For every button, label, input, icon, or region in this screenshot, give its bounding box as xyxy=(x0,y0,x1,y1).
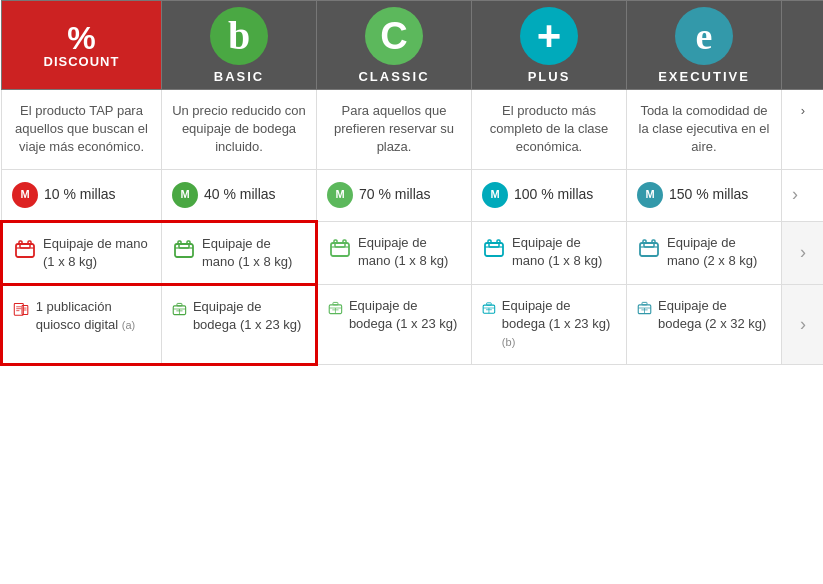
hand-bag-basic: Equipaje de mano (1 x 8 kg) xyxy=(162,221,317,284)
publication-icon xyxy=(13,298,30,322)
miles-basic: M 40 % millas xyxy=(162,169,317,221)
hold-bag-classic: Equipaje de bodega (1 x 23 kg) xyxy=(317,284,472,364)
hold-bag-footnote-plus: (b) xyxy=(502,336,515,348)
svg-rect-0 xyxy=(16,244,34,257)
svg-rect-18 xyxy=(488,240,491,243)
desc-plus: El producto más completo de la clase eco… xyxy=(472,90,627,170)
miles-value-classic: 70 % millas xyxy=(359,185,431,205)
hand-bag-text-basic: Equipaje de mano (1 x 8 kg) xyxy=(202,235,305,271)
miles-value-discount: 10 % millas xyxy=(44,185,116,205)
hand-bag-plus: Equipaje de mano (1 x 8 kg) xyxy=(472,221,627,284)
hand-bag-text-plus: Equipaje de mano (1 x 8 kg) xyxy=(512,234,616,270)
miles-executive: M 150 % millas xyxy=(627,169,782,221)
desc-classic: Para aquellos que prefieren reservar su … xyxy=(317,90,472,170)
miles-icon-classic: M xyxy=(327,182,353,208)
svg-rect-5 xyxy=(175,244,193,257)
miles-value-plus: 100 % millas xyxy=(514,185,593,205)
hold-bag-executive: Equipaje de bodega (2 x 32 kg) xyxy=(627,284,782,364)
svg-rect-14 xyxy=(343,240,346,243)
hold-bag-text-plus: Equipaje de bodega (1 x 23 kg) (b) xyxy=(502,297,616,352)
svg-rect-10 xyxy=(331,243,349,256)
hand-bag-text-discount: Equipaje de mano (1 x 8 kg) xyxy=(43,235,151,271)
svg-rect-8 xyxy=(178,241,181,244)
basic-label: BASIC xyxy=(214,69,264,84)
discount-percent-icon: % xyxy=(67,22,95,54)
hand-bag-text-executive: Equipaje de mano (2 x 8 kg) xyxy=(667,234,771,270)
hand-bag-icon-classic xyxy=(328,235,352,259)
svg-rect-24 xyxy=(652,240,655,243)
desc-basic: Un precio reducido con equipaje de bodeg… xyxy=(162,90,317,170)
hand-bag-executive: Equipaje de mano (2 x 8 kg) xyxy=(627,221,782,284)
basic-icon: b xyxy=(228,16,250,56)
hold-baggage-row: 1 publicación quiosco digital (a) xyxy=(2,284,824,364)
miles-plus: M 100 % millas xyxy=(472,169,627,221)
fare-comparison-table: % DISCOUNT b BASIC xyxy=(0,0,823,366)
hold-bag-icon-plus xyxy=(482,297,496,319)
hold-bag-plus: Equipaje de bodega (1 x 23 kg) (b) xyxy=(472,284,627,364)
plus-label: PLUS xyxy=(528,69,571,84)
svg-rect-15 xyxy=(485,243,503,256)
more-miles: › xyxy=(782,169,824,221)
miles-icon-basic: M xyxy=(172,182,198,208)
hand-baggage-row: Equipaje de mano (1 x 8 kg) Equipaje de … xyxy=(2,221,824,284)
svg-rect-4 xyxy=(28,241,31,244)
hold-bag-icon-basic xyxy=(172,298,187,320)
svg-rect-3 xyxy=(19,241,22,244)
svg-rect-23 xyxy=(643,240,646,243)
miles-classic: M 70 % millas xyxy=(317,169,472,221)
more-column-header xyxy=(782,1,824,90)
classic-icon: C xyxy=(380,17,407,55)
hand-bag-icon-executive xyxy=(637,235,661,259)
hold-bag-icon-executive xyxy=(637,297,652,319)
desc-executive: Toda la comodidad de la clase ejecutiva … xyxy=(627,90,782,170)
svg-rect-34 xyxy=(177,303,182,305)
hand-bag-classic: Equipaje de mano (1 x 8 kg) xyxy=(317,221,472,284)
hand-bag-discount: Equipaje de mano (1 x 8 kg) xyxy=(2,221,162,284)
hand-bag-icon-discount xyxy=(13,236,37,260)
more-desc: › xyxy=(782,90,824,170)
miles-value-basic: 40 % millas xyxy=(204,185,276,205)
classic-label: CLASSIC xyxy=(358,69,429,84)
miles-discount: M 10 % millas xyxy=(2,169,162,221)
hold-bag-icon-classic xyxy=(328,297,343,319)
hold-bag-text-executive: Equipaje de bodega (2 x 32 kg) xyxy=(658,297,771,333)
svg-rect-9 xyxy=(187,241,190,244)
more-hold-bag: › xyxy=(782,284,824,364)
svg-rect-13 xyxy=(334,240,337,243)
svg-rect-20 xyxy=(640,243,658,256)
miles-icon-executive: M xyxy=(637,182,663,208)
hold-bag-discount: 1 publicación quiosco digital (a) xyxy=(2,284,162,364)
hold-bag-text-basic: Equipaje de bodega (1 x 23 kg) xyxy=(193,298,305,334)
miles-icon-plus: M xyxy=(482,182,508,208)
header-executive: e EXECUTIVE xyxy=(627,1,782,90)
discount-label: DISCOUNT xyxy=(44,54,120,69)
header-plus: + PLUS xyxy=(472,1,627,90)
hand-bag-text-classic: Equipaje de mano (1 x 8 kg) xyxy=(358,234,461,270)
miles-row: M 10 % millas M 40 % millas M 70 % milla… xyxy=(2,169,824,221)
executive-icon: e xyxy=(696,17,713,55)
svg-rect-39 xyxy=(333,302,338,304)
hold-bag-text-classic: Equipaje de bodega (1 x 23 kg) xyxy=(349,297,461,333)
more-hand-bag: › xyxy=(782,221,824,284)
miles-icon-discount: M xyxy=(12,182,38,208)
plus-icon: + xyxy=(537,15,562,57)
svg-rect-49 xyxy=(642,302,647,305)
header-basic: b BASIC xyxy=(162,1,317,90)
svg-rect-44 xyxy=(487,303,492,305)
svg-rect-19 xyxy=(497,240,500,243)
publication-footnote: (a) xyxy=(122,319,135,331)
hand-bag-icon-plus xyxy=(482,235,506,259)
description-row: El producto TAP para aquellos que buscan… xyxy=(2,90,824,170)
header-classic: C CLASSIC xyxy=(317,1,472,90)
hold-bag-basic: Equipaje de bodega (1 x 23 kg) xyxy=(162,284,317,364)
header-discount: % DISCOUNT xyxy=(2,1,162,90)
desc-discount: El producto TAP para aquellos que buscan… xyxy=(2,90,162,170)
miles-value-executive: 150 % millas xyxy=(669,185,748,205)
hand-bag-icon-basic xyxy=(172,236,196,260)
executive-label: EXECUTIVE xyxy=(658,69,750,84)
publication-text: 1 publicación quiosco digital (a) xyxy=(36,298,151,334)
